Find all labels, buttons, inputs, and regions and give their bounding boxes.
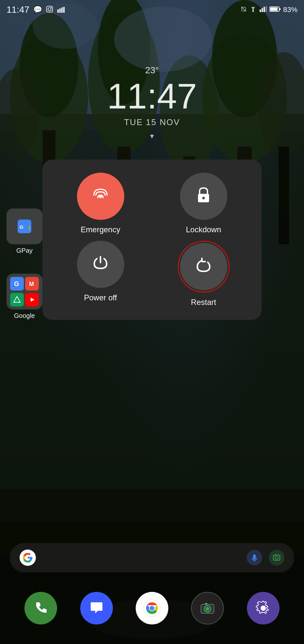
search-action-icons: [247, 550, 284, 565]
svg-rect-37: [280, 8, 281, 10]
no-sim-icon: [241, 6, 247, 14]
temperature-display: 23°: [0, 65, 304, 76]
svg-rect-34: [266, 6, 267, 12]
gpay-folder-box[interactable]: G P a y: [7, 208, 42, 244]
lockdown-button[interactable]: Lockdown: [155, 173, 252, 234]
wifi-icon: [249, 6, 257, 14]
svg-point-48: [202, 197, 205, 199]
svg-rect-31: [260, 9, 261, 12]
chevron-down-icon: ▼: [0, 133, 304, 140]
svg-point-58: [205, 607, 209, 611]
lens-search-button[interactable]: [269, 550, 284, 565]
svg-rect-36: [270, 7, 278, 11]
google-icon: G: [10, 277, 24, 291]
app-dock: [0, 592, 304, 624]
lockdown-label: Lockdown: [186, 225, 221, 234]
emergency-label: Emergency: [81, 225, 120, 234]
chrome-app-icon[interactable]: [136, 592, 168, 624]
status-bar: 11:47 💬: [0, 0, 304, 20]
search-bar[interactable]: [10, 543, 294, 572]
power-menu: Emergency Lockdown Power off: [42, 160, 262, 320]
whatsapp-icon: 💬: [33, 6, 42, 14]
svg-rect-52: [275, 554, 276, 555]
status-left: 11:47 💬: [7, 5, 65, 15]
svg-rect-21: [47, 6, 53, 12]
clock-date-display: TUE 15 NOV: [0, 117, 304, 127]
voice-search-button[interactable]: [247, 550, 262, 565]
svg-text:G: G: [20, 224, 23, 230]
status-right: 83%: [241, 6, 297, 14]
power-off-button[interactable]: Power off: [52, 241, 149, 302]
google-folder-box[interactable]: G M: [7, 274, 42, 309]
messages-app-icon[interactable]: [80, 592, 113, 624]
lockdown-circle[interactable]: [180, 173, 227, 220]
clock-widget: 23° 11:47 TUE 15 NOV ▼: [0, 65, 304, 140]
svg-rect-32: [262, 8, 263, 12]
instagram-icon: [46, 6, 53, 14]
settings-app-icon[interactable]: [247, 592, 280, 624]
gpay-folder[interactable]: G P a y GPay: [7, 208, 42, 254]
phone-app-icon[interactable]: [24, 592, 57, 624]
svg-text:y: y: [28, 225, 30, 230]
camera-app-icon[interactable]: [191, 592, 224, 624]
google-folder[interactable]: G M Google: [7, 274, 42, 320]
svg-point-22: [48, 7, 51, 10]
gmail-icon: M: [25, 277, 39, 291]
restart-highlight-border: [178, 241, 230, 293]
svg-point-51: [275, 556, 278, 559]
svg-text:G: G: [14, 280, 19, 287]
svg-rect-26: [61, 7, 63, 13]
svg-marker-45: [31, 298, 35, 302]
google-drive-icon: [10, 293, 24, 307]
lock-icon: [195, 186, 212, 207]
signal-bars-icon: [260, 6, 267, 14]
google-folder-label: Google: [14, 312, 35, 320]
emergency-button[interactable]: Emergency: [52, 173, 149, 234]
gpay-icon: G P a y: [18, 220, 31, 233]
google-logo: [20, 550, 36, 566]
clock-time-display: 11:47: [0, 78, 304, 114]
emergency-circle[interactable]: [77, 173, 124, 220]
emergency-signal-icon: [91, 186, 110, 207]
restart-label: Restart: [191, 298, 216, 307]
signal-icon: [57, 5, 65, 15]
svg-rect-25: [59, 8, 61, 13]
power-icon: [92, 254, 109, 275]
restart-circle[interactable]: [180, 243, 227, 290]
restart-button[interactable]: Restart: [155, 241, 252, 307]
youtube-icon: [25, 293, 39, 307]
restart-icon: [195, 256, 212, 277]
svg-point-55: [150, 606, 154, 610]
svg-point-30: [252, 11, 254, 12]
svg-text:M: M: [29, 281, 34, 287]
svg-rect-33: [264, 7, 265, 12]
power-off-label: Power off: [84, 293, 117, 302]
battery-icon: [269, 6, 281, 14]
svg-marker-44: [14, 296, 20, 302]
svg-rect-59: [205, 603, 207, 605]
battery-percent: 83%: [283, 6, 297, 14]
svg-point-23: [51, 7, 52, 8]
svg-rect-27: [63, 7, 65, 13]
svg-rect-24: [57, 9, 59, 13]
gpay-folder-label: GPay: [16, 247, 33, 254]
status-time: 11:47: [7, 5, 29, 15]
power-off-circle[interactable]: [77, 241, 124, 288]
